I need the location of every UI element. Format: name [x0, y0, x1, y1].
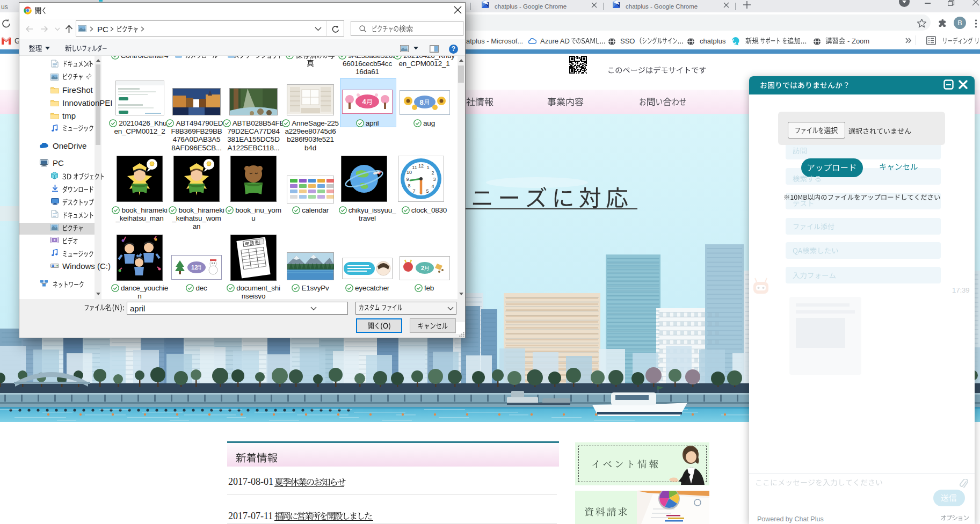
svg-text:10: 10 — [406, 170, 412, 175]
svg-text:8: 8 — [408, 183, 410, 188]
svg-text:5: 5 — [426, 188, 429, 194]
svg-text:7: 7 — [412, 188, 415, 194]
svg-text:4: 4 — [431, 184, 434, 189]
svg-text:3: 3 — [433, 177, 435, 182]
svg-text:6: 6 — [419, 190, 422, 195]
svg-text:2: 2 — [421, 265, 424, 271]
svg-text:8: 8 — [419, 98, 423, 106]
svg-text:12: 12 — [191, 264, 198, 271]
svg-text:12: 12 — [418, 163, 424, 169]
svg-text:9: 9 — [406, 177, 409, 182]
svg-text:1: 1 — [426, 165, 429, 170]
svg-text:2: 2 — [431, 170, 434, 176]
svg-text:11: 11 — [412, 165, 417, 170]
